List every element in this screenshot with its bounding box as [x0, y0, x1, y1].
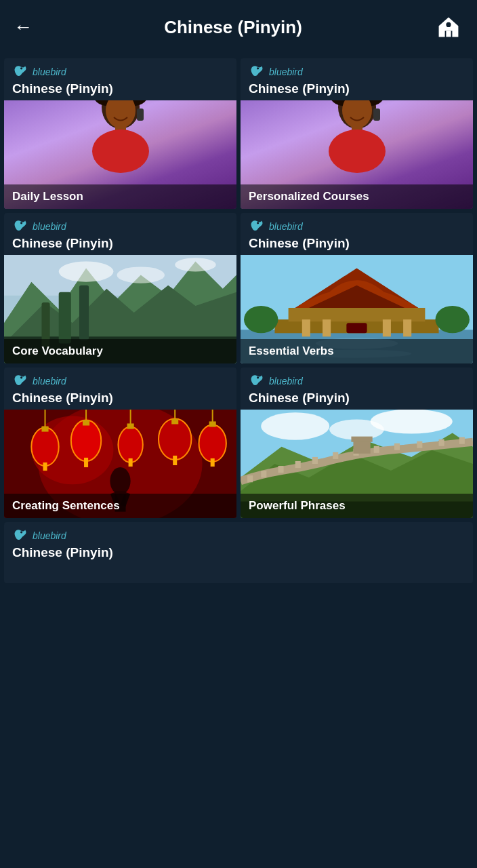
- svg-rect-93: [459, 437, 465, 444]
- svg-rect-66: [173, 456, 177, 465]
- card-image: Essential Verbs: [241, 255, 473, 363]
- svg-rect-84: [278, 466, 283, 473]
- svg-rect-62: [129, 458, 133, 467]
- card-image: Daily Lesson: [4, 100, 236, 209]
- card-label: Core Vocabulary: [4, 339, 236, 363]
- svg-rect-40: [383, 319, 391, 336]
- card-label: Essential Verbs: [241, 339, 473, 363]
- brand-text: bluebird: [269, 66, 303, 77]
- brand-logo: bluebird: [12, 220, 228, 233]
- svg-point-47: [20, 376, 22, 378]
- svg-rect-10: [137, 108, 144, 121]
- card-language: Chinese (Pinyin): [249, 391, 465, 406]
- svg-point-2: [446, 22, 451, 27]
- card-header: bluebird Chinese (Pinyin): [241, 368, 473, 410]
- svg-point-11: [257, 67, 259, 69]
- brand-logo: bluebird: [249, 374, 465, 388]
- card-essential-verbs[interactable]: bluebird Chinese (Pinyin): [241, 213, 473, 363]
- card-core-vocabulary[interactable]: bluebird Chinese (Pinyin): [4, 213, 236, 363]
- brand-logo: bluebird: [249, 65, 465, 79]
- card-creating-sentences[interactable]: bluebird Chinese (Pinyin): [4, 368, 236, 518]
- svg-point-25: [117, 267, 165, 283]
- brand-logo: bluebird: [249, 220, 465, 233]
- svg-rect-70: [211, 458, 215, 467]
- bird-logo-icon: [249, 374, 265, 388]
- svg-rect-28: [59, 292, 71, 344]
- card-language: Chinese (Pinyin): [12, 545, 465, 560]
- card-language: Chinese (Pinyin): [12, 236, 228, 251]
- brand-text: bluebird: [33, 530, 66, 541]
- svg-rect-91: [417, 441, 422, 448]
- svg-point-43: [244, 306, 278, 333]
- svg-point-71: [110, 467, 130, 494]
- app-header: ← Chinese (Pinyin): [0, 0, 477, 54]
- svg-rect-86: [312, 457, 318, 464]
- card-label: Personalized Courses: [241, 184, 473, 209]
- svg-point-3: [20, 67, 22, 69]
- card-label: Creating Sentences: [4, 494, 236, 518]
- svg-rect-90: [394, 443, 400, 450]
- svg-rect-53: [41, 427, 48, 432]
- card-powerful-phrases[interactable]: bluebird Chinese (Pinyin): [241, 368, 473, 518]
- svg-point-68: [199, 425, 226, 461]
- svg-rect-41: [403, 319, 411, 336]
- card-header: bluebird Chinese (Pinyin): [4, 522, 473, 564]
- card-image: Personalized Courses: [241, 100, 473, 209]
- card-language: Chinese (Pinyin): [249, 81, 465, 96]
- bird-logo-icon: [12, 374, 28, 388]
- card-language: Chinese (Pinyin): [12, 81, 228, 96]
- bird-logo-icon: [12, 65, 28, 79]
- card-language: Chinese (Pinyin): [12, 391, 228, 406]
- svg-rect-92: [439, 439, 444, 446]
- svg-point-24: [59, 261, 114, 281]
- svg-rect-39: [323, 319, 331, 336]
- svg-rect-54: [43, 462, 47, 471]
- card-header: bluebird Chinese (Pinyin): [241, 213, 473, 255]
- svg-point-44: [436, 306, 470, 333]
- card-header: bluebird Chinese (Pinyin): [4, 368, 236, 410]
- svg-rect-1: [446, 31, 451, 37]
- bird-logo-icon: [249, 220, 265, 233]
- svg-rect-87: [333, 452, 338, 459]
- back-button[interactable]: ←: [14, 16, 33, 38]
- courses-grid: bluebird Chinese (Pinyin): [0, 54, 477, 522]
- svg-point-75: [257, 376, 259, 378]
- card-personalized-courses[interactable]: bluebird Chinese (Pinyin) Personalized C…: [241, 58, 473, 209]
- brand-logo: bluebird: [12, 529, 465, 542]
- home-button[interactable]: [434, 12, 463, 42]
- svg-rect-61: [127, 423, 134, 429]
- card-label: Daily Lesson: [4, 184, 236, 209]
- card-image: Creating Sentences: [4, 410, 236, 518]
- brand-text: bluebird: [33, 221, 66, 232]
- brand-logo: bluebird: [12, 65, 228, 79]
- brand-logo: bluebird: [12, 374, 228, 388]
- card-header: bluebird Chinese (Pinyin): [241, 58, 473, 100]
- bird-logo-icon: [12, 220, 28, 233]
- svg-point-77: [261, 412, 329, 439]
- svg-rect-83: [261, 471, 266, 477]
- brand-text: bluebird: [33, 66, 66, 77]
- page-title: Chinese (Pinyin): [164, 17, 302, 38]
- bird-logo-icon: [249, 65, 265, 79]
- home-icon: [436, 15, 461, 39]
- svg-point-9: [92, 130, 149, 173]
- svg-rect-18: [373, 108, 380, 121]
- card-daily-lesson[interactable]: bluebird Chinese (Pinyin): [4, 58, 236, 209]
- card-header: bluebird Chinese (Pinyin): [4, 213, 236, 255]
- svg-rect-85: [295, 461, 301, 468]
- svg-rect-57: [83, 420, 89, 425]
- svg-point-26: [175, 258, 216, 271]
- svg-rect-29: [79, 285, 89, 340]
- bird-logo-icon: [12, 529, 28, 542]
- brand-text: bluebird: [269, 376, 303, 387]
- card-partial-bottom[interactable]: bluebird Chinese (Pinyin): [4, 522, 473, 583]
- svg-rect-38: [302, 319, 310, 336]
- svg-rect-89: [374, 446, 379, 453]
- svg-rect-58: [84, 458, 88, 467]
- svg-point-17: [329, 130, 386, 173]
- brand-text: bluebird: [33, 376, 66, 387]
- svg-rect-82: [247, 475, 253, 482]
- svg-rect-65: [171, 418, 178, 424]
- partial-card-container: bluebird Chinese (Pinyin): [0, 522, 477, 587]
- brand-text: bluebird: [269, 221, 303, 232]
